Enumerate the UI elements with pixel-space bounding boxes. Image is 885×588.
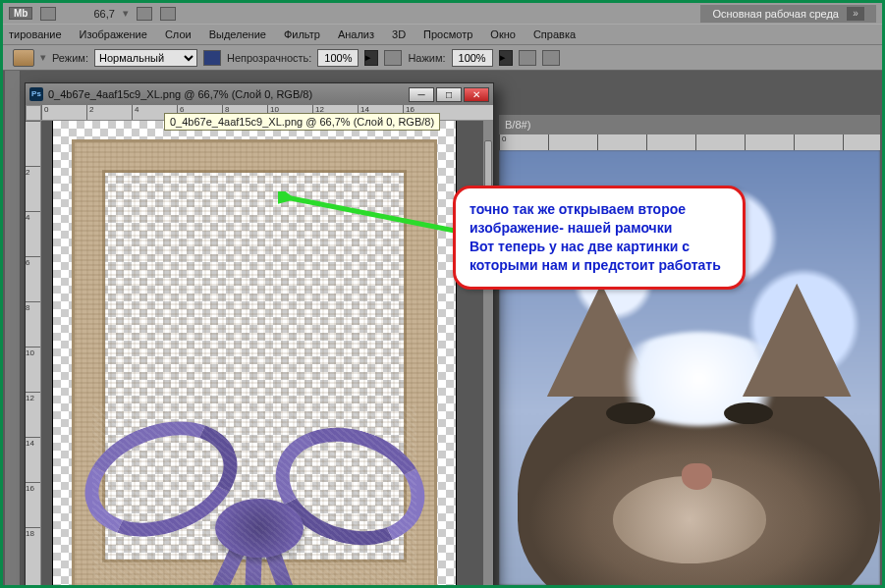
menu-filter[interactable]: Фильтр xyxy=(284,28,320,40)
horizontal-ruler-cat: 0 xyxy=(499,134,880,150)
flow-input[interactable] xyxy=(452,49,493,67)
document-canvas[interactable] xyxy=(53,121,456,588)
document-tooltip: 0_4b67e_4aaf15c9_XL.png @ 66,7% (Слой 0,… xyxy=(164,113,440,131)
minimize-button[interactable]: ─ xyxy=(409,87,434,102)
document-title: 0_4b67e_4aaf15c9_XL.png @ 66,7% (Слой 0,… xyxy=(48,88,404,100)
main-menu-bar: тирование Изображение Слои Выделение Фил… xyxy=(3,24,882,45)
blend-mode-select[interactable]: Нормальный xyxy=(94,49,197,67)
menu-image[interactable]: Изображение xyxy=(80,28,147,40)
screen-mode-button[interactable] xyxy=(160,7,176,21)
opacity-label: Непрозрачность: xyxy=(227,52,311,64)
purple-bow-graphic xyxy=(92,405,416,588)
annotation-text: точно так же открываем второе изображени… xyxy=(470,201,721,273)
menu-view[interactable]: Просмотр xyxy=(423,28,472,40)
document-tab-cat[interactable]: B/8#) xyxy=(499,115,880,134)
tool-options-bar: ▾ Режим: Нормальный Непрозрачность: ▸ На… xyxy=(3,45,882,71)
tablet-pressure-toggle[interactable] xyxy=(542,50,560,66)
menu-window[interactable]: Окно xyxy=(490,28,516,40)
cache-indicator: Mb xyxy=(9,7,32,20)
close-button[interactable]: ✕ xyxy=(464,87,489,102)
ps-file-icon: Ps xyxy=(29,87,43,101)
menu-help[interactable]: Справка xyxy=(533,28,576,40)
app-top-toolbar: Mb 66,7 ▾ Основная рабочая среда » xyxy=(3,3,882,24)
blend-mode-label: Режим: xyxy=(52,52,88,64)
chevron-right-icon: » xyxy=(847,7,864,21)
airbrush-toggle[interactable] xyxy=(519,50,536,66)
opacity-slider-icon[interactable]: ▸ xyxy=(364,50,378,66)
document-titlebar[interactable]: Ps 0_4b67e_4aaf15c9_XL.png @ 66,7% (Слой… xyxy=(26,83,493,105)
zoom-level-display[interactable]: 66,7 xyxy=(93,8,114,20)
menu-select[interactable]: Выделение xyxy=(209,28,266,40)
canvas-viewport[interactable] xyxy=(41,121,493,588)
vertical-ruler[interactable]: 24681012141618 xyxy=(26,121,41,588)
document-window-frame: Ps 0_4b67e_4aaf15c9_XL.png @ 66,7% (Слой… xyxy=(25,82,494,588)
tools-panel[interactable] xyxy=(5,71,21,585)
opacity-input[interactable] xyxy=(317,49,359,67)
brush-preset-icon[interactable] xyxy=(13,49,34,67)
work-area: B/8#) 0 Ps 0_4b67e_4aaf15c9_XL.png @ 66,… xyxy=(3,71,882,585)
mode-extra-button[interactable] xyxy=(203,50,221,66)
arrange-docs-button[interactable] xyxy=(137,7,152,21)
annotation-callout: точно так же открываем второе изображени… xyxy=(453,186,746,290)
workspace-label-text: Основная рабочая среда xyxy=(712,8,839,20)
ruler-origin[interactable] xyxy=(26,105,41,121)
screen-mode-picker[interactable] xyxy=(40,7,56,21)
flow-label: Нажим: xyxy=(408,52,445,64)
opacity-pressure-toggle[interactable] xyxy=(384,50,402,66)
flow-slider-icon[interactable]: ▸ xyxy=(499,50,513,66)
menu-analysis[interactable]: Анализ xyxy=(338,28,374,40)
menu-3d[interactable]: 3D xyxy=(392,28,406,40)
menu-edit[interactable]: тирование xyxy=(9,28,62,40)
menu-layers[interactable]: Слои xyxy=(165,28,192,40)
workspace-switcher[interactable]: Основная рабочая среда » xyxy=(700,5,876,23)
maximize-button[interactable]: □ xyxy=(436,87,462,102)
